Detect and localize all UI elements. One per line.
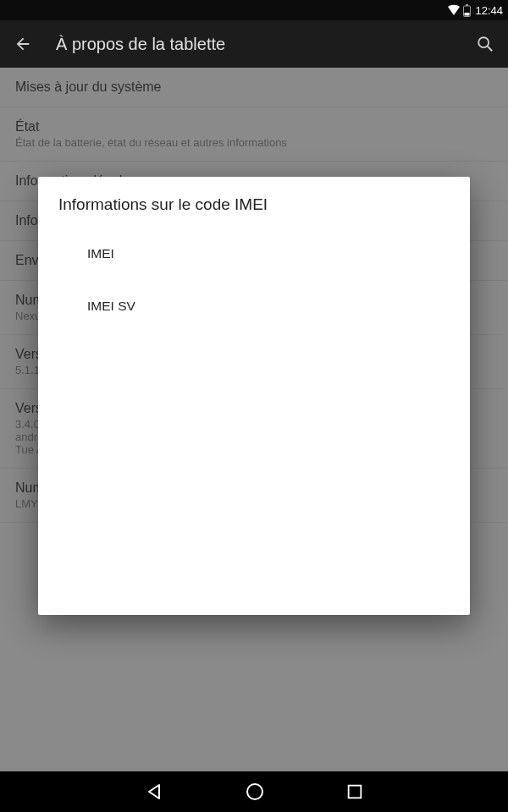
dialog-list: IMEI IMEI SV (38, 221, 470, 339)
wifi-icon (447, 4, 461, 16)
svg-rect-2 (465, 13, 470, 16)
svg-rect-6 (349, 786, 362, 798)
status-bar: 12:44 (0, 0, 508, 20)
svg-line-4 (488, 47, 493, 52)
back-arrow-icon[interactable] (14, 35, 32, 53)
nav-home-icon[interactable] (245, 782, 265, 802)
svg-point-5 (247, 784, 262, 799)
app-bar: À propos de la tablette (0, 20, 508, 68)
dialog-title: Informations sur le code IMEI (38, 177, 470, 221)
dialog-item-imei[interactable]: IMEI (38, 228, 470, 280)
search-icon[interactable] (476, 35, 494, 53)
nav-recent-icon[interactable] (345, 782, 364, 801)
page-title: À propos de la tablette (56, 35, 452, 54)
svg-point-3 (478, 37, 489, 47)
status-time: 12:44 (475, 4, 503, 17)
nav-back-icon[interactable] (144, 782, 164, 802)
imei-dialog: Informations sur le code IMEI IMEI IMEI … (38, 177, 470, 615)
navigation-bar (0, 771, 508, 812)
battery-icon (463, 4, 471, 17)
dialog-item-imei-sv[interactable]: IMEI SV (38, 280, 470, 332)
